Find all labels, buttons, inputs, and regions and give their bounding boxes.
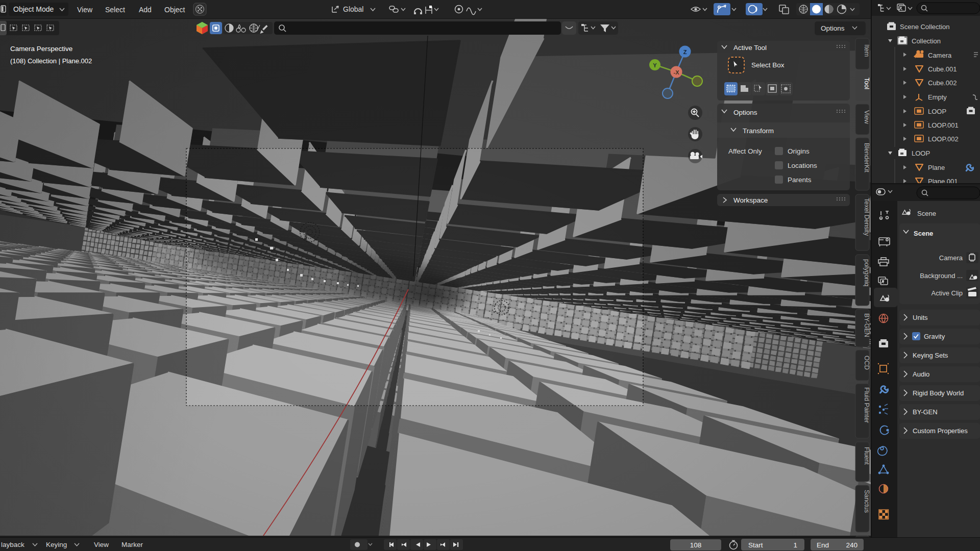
svg-text:LOOP.002: LOOP.002 <box>928 135 959 143</box>
svg-text:Options: Options <box>733 109 757 116</box>
svg-text:LOOP: LOOP <box>928 108 946 115</box>
svg-text:Workspace: Workspace <box>733 196 768 204</box>
svg-text:Add: Add <box>139 6 152 14</box>
svg-text:View: View <box>863 110 870 124</box>
svg-text:Item: Item <box>863 44 870 57</box>
svg-text:Audio: Audio <box>913 370 929 378</box>
svg-text:End: End <box>817 541 829 549</box>
svg-text:Scene Collection: Scene Collection <box>900 23 950 31</box>
svg-text:Units: Units <box>913 314 928 321</box>
svg-text:Options: Options <box>821 24 845 32</box>
svg-text:layback: layback <box>1 541 24 548</box>
svg-text:Rigid Body World: Rigid Body World <box>913 389 964 397</box>
svg-text:Marker: Marker <box>121 541 143 548</box>
svg-text:Texel Density: Texel Density <box>863 198 870 236</box>
svg-text:Scene: Scene <box>914 230 933 237</box>
svg-text:Empty: Empty <box>928 93 947 101</box>
svg-text:Scene: Scene <box>917 210 936 217</box>
svg-text:Gravity: Gravity <box>924 333 945 340</box>
svg-text:Cube.001: Cube.001 <box>928 65 957 73</box>
svg-text:Camera: Camera <box>939 254 963 262</box>
svg-text:Fluid Painter: Fluid Painter <box>863 387 870 423</box>
svg-text:Affect Only: Affect Only <box>728 147 762 155</box>
svg-text:Transform: Transform <box>743 127 774 135</box>
svg-text:BlenderKit: BlenderKit <box>863 143 870 172</box>
svg-text:LOOP: LOOP <box>912 149 930 157</box>
svg-text:BY-GEN: BY-GEN <box>863 313 870 337</box>
svg-text:Plane: Plane <box>928 164 945 171</box>
svg-text:Select Box: Select Box <box>751 61 785 69</box>
svg-text:Z: Z <box>683 49 687 55</box>
svg-text:Cube.002: Cube.002 <box>928 79 957 87</box>
svg-text:LOOP.001: LOOP.001 <box>928 121 959 129</box>
svg-text:Object: Object <box>164 6 185 14</box>
svg-text:Camera Perspective: Camera Perspective <box>10 45 72 53</box>
svg-text:Collection: Collection <box>912 37 941 45</box>
svg-text:Active Tool: Active Tool <box>733 44 767 52</box>
svg-text:(108) Collection | Plane.002: (108) Collection | Plane.002 <box>10 57 92 65</box>
svg-text:240: 240 <box>846 541 857 549</box>
svg-text:polygoniq: polygoniq <box>863 259 870 287</box>
svg-text:BY-GEN: BY-GEN <box>913 408 938 416</box>
svg-text:Y: Y <box>653 62 657 68</box>
svg-text:Tool: Tool <box>863 78 870 89</box>
svg-text:1: 1 <box>793 541 797 549</box>
svg-text:-X: -X <box>674 69 680 76</box>
svg-text:Select: Select <box>105 6 125 14</box>
svg-text:Keying Sets: Keying Sets <box>913 352 948 359</box>
svg-text:108: 108 <box>690 541 702 549</box>
svg-text:Object Mode: Object Mode <box>13 5 54 13</box>
svg-text:Origins: Origins <box>788 147 810 155</box>
svg-text:Sanctus: Sanctus <box>863 490 870 513</box>
svg-text:View: View <box>94 541 109 548</box>
svg-text:Parents: Parents <box>788 176 812 184</box>
svg-text:Camera: Camera <box>928 52 952 59</box>
svg-text:Keying: Keying <box>46 541 67 548</box>
svg-text:View: View <box>77 6 93 14</box>
svg-text:Background ...: Background ... <box>920 272 963 280</box>
svg-text:OCD: OCD <box>863 356 870 370</box>
svg-text:Custom Properties: Custom Properties <box>913 427 968 435</box>
svg-text:Locations: Locations <box>788 162 817 169</box>
svg-text:Fluent: Fluent <box>863 447 870 465</box>
svg-text:Active Clip: Active Clip <box>932 289 963 297</box>
svg-text:Start: Start <box>748 541 763 549</box>
svg-text:Global: Global <box>343 5 363 13</box>
